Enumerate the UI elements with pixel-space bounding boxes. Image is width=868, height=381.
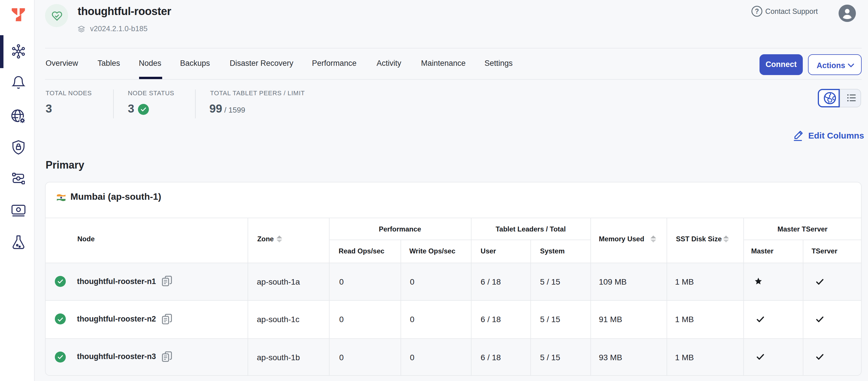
svg-text:?: ?	[755, 7, 759, 15]
